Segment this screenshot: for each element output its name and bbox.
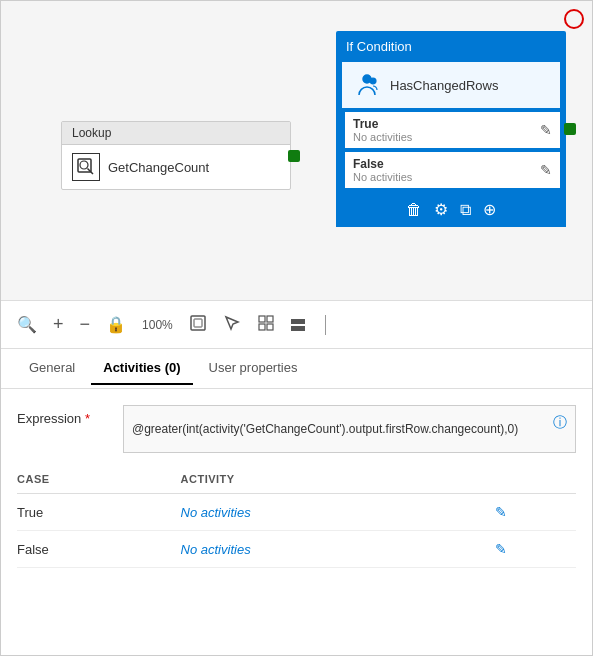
activity-value: No activities <box>181 494 496 531</box>
svg-rect-7 <box>259 316 265 322</box>
expression-info-icon[interactable]: ⓘ <box>553 414 567 432</box>
if-activity-name: HasChangedRows <box>390 78 498 93</box>
lookup-body: GetChangeCount <box>62 145 290 189</box>
add-activity-icon[interactable]: ⊕ <box>483 200 496 219</box>
if-true-sub: No activities <box>353 131 412 143</box>
lookup-activity-name: GetChangeCount <box>108 160 209 175</box>
if-false-branch-info: False No activities <box>353 157 412 183</box>
settings-icon[interactable]: ⚙ <box>434 200 448 219</box>
person-icon <box>353 71 381 99</box>
svg-rect-6 <box>194 319 202 327</box>
delete-icon[interactable]: 🗑 <box>406 201 422 219</box>
if-false-sub: No activities <box>353 171 412 183</box>
lookup-node[interactable]: Lookup GetChangeCount <box>61 121 291 190</box>
corner-circle-indicator <box>564 9 584 29</box>
svg-point-4 <box>370 78 376 84</box>
case-table: CASE ACTIVITY TrueNo activities✎FalseNo … <box>17 469 576 568</box>
if-true-branch-info: True No activities <box>353 117 412 143</box>
tab-user-properties[interactable]: User properties <box>197 352 310 385</box>
activity-value: No activities <box>181 531 496 568</box>
col-activity-header: ACTIVITY <box>181 469 496 494</box>
case-value: False <box>17 531 181 568</box>
more-toolbar-icon[interactable] <box>291 319 305 331</box>
copy-icon[interactable]: ⧉ <box>460 201 471 219</box>
expression-required: * <box>85 411 90 426</box>
if-true-branch: True No activities ✎ <box>342 112 560 148</box>
if-node-footer: 🗑 ⚙ ⧉ ⊕ <box>336 192 566 227</box>
fit-toolbar-icon[interactable] <box>189 314 207 336</box>
if-false-label: False <box>353 157 412 171</box>
expression-value: @greater(int(activity('GetChangeCount').… <box>132 421 518 438</box>
case-edit-icon[interactable]: ✎ <box>495 541 507 557</box>
select-toolbar-icon[interactable] <box>223 314 241 336</box>
tab-general[interactable]: General <box>17 352 87 385</box>
case-table-header-row: CASE ACTIVITY <box>17 469 576 494</box>
if-node-body: HasChangedRows <box>342 62 560 108</box>
search-zoom-icon <box>77 158 95 176</box>
zoom-toolbar-icon[interactable]: 100% <box>142 318 173 332</box>
properties-tabs: General Activities (0) User properties <box>1 349 592 389</box>
col-action-header <box>495 469 576 494</box>
if-node-header: If Condition <box>336 31 566 62</box>
if-activity-icon <box>352 70 382 100</box>
svg-rect-10 <box>267 324 273 330</box>
expression-input[interactable]: @greater(int(activity('GetChangeCount').… <box>123 405 576 453</box>
svg-rect-9 <box>259 324 265 330</box>
lookup-header: Lookup <box>62 122 290 145</box>
lookup-output-connector[interactable] <box>288 150 300 162</box>
lookup-activity-icon <box>72 153 100 181</box>
svg-point-2 <box>80 161 88 169</box>
if-true-label: True <box>353 117 412 131</box>
tab-activities[interactable]: Activities (0) <box>91 352 192 385</box>
case-value: True <box>17 494 181 531</box>
if-true-edit-icon[interactable]: ✎ <box>540 122 552 138</box>
canvas-toolbar: 🔍 + − 🔒 100% <box>1 301 592 349</box>
case-table-row: TrueNo activities✎ <box>17 494 576 531</box>
if-node-title: If Condition <box>346 39 412 54</box>
lookup-header-label: Lookup <box>72 126 111 140</box>
add-toolbar-icon[interactable]: + <box>53 314 64 335</box>
layout-toolbar-icon[interactable] <box>257 314 275 336</box>
properties-panel: Expression * @greater(int(activity('GetC… <box>1 389 592 584</box>
canvas-area: Lookup GetChangeCount If Condition <box>1 1 592 301</box>
toolbar-divider <box>325 315 326 335</box>
case-edit-icon[interactable]: ✎ <box>495 504 507 520</box>
col-case-header: CASE <box>17 469 181 494</box>
if-output-connector[interactable] <box>564 123 576 135</box>
if-false-branch: False No activities ✎ <box>342 152 560 188</box>
expression-label: Expression * <box>17 405 107 426</box>
lock-toolbar-icon[interactable]: 🔒 <box>106 315 126 334</box>
minus-toolbar-icon[interactable]: − <box>80 314 91 335</box>
if-false-edit-icon[interactable]: ✎ <box>540 162 552 178</box>
search-toolbar-icon[interactable]: 🔍 <box>17 315 37 334</box>
case-table-row: FalseNo activities✎ <box>17 531 576 568</box>
expression-row: Expression * @greater(int(activity('GetC… <box>17 405 576 453</box>
svg-rect-8 <box>267 316 273 322</box>
svg-rect-5 <box>191 316 205 330</box>
if-condition-node[interactable]: If Condition HasChangedRows True No acti… <box>336 31 566 227</box>
